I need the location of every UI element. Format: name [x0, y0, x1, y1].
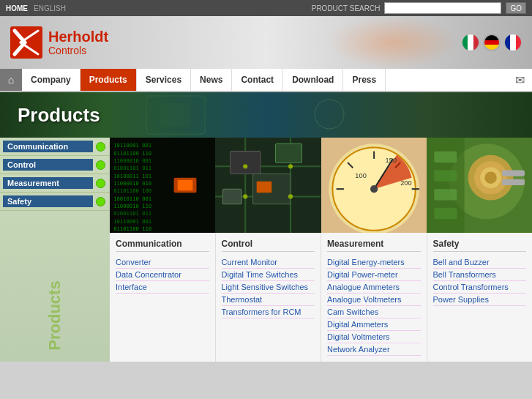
nav-contact[interactable]: Contact: [232, 69, 283, 91]
flag-italian[interactable]: [462, 34, 479, 51]
nav-services[interactable]: Services: [137, 69, 191, 91]
link-power-supplies[interactable]: Power Supplies: [433, 294, 527, 306]
svg-text:11000010 010: 11000010 010: [113, 180, 151, 187]
svg-point-37: [288, 194, 293, 198]
link-bell-and-buzzer[interactable]: Bell and Buzzer: [433, 256, 527, 269]
svg-text:10100011 101: 10100011 101: [113, 173, 151, 179]
search-input[interactable]: [384, 2, 501, 14]
measurement-indicator: [96, 179, 105, 188]
svg-point-36: [243, 194, 247, 198]
link-digital-voltmeters[interactable]: Digital Voltmeters: [327, 331, 421, 343]
svg-text:11000010 110: 11000010 110: [113, 203, 151, 209]
link-thermostat[interactable]: Thermostat: [222, 294, 315, 306]
flag-french[interactable]: [504, 34, 522, 51]
col-title-measurement: Measurement: [327, 239, 421, 252]
link-analogue-voltmeters[interactable]: Analogue Voltmeters: [327, 294, 421, 306]
svg-rect-30: [231, 152, 261, 174]
col-title-communication: Communication: [116, 239, 209, 252]
svg-text:01001101 011: 01001101 011: [113, 210, 151, 217]
link-data-concentrator[interactable]: Data Concentrator: [116, 269, 209, 281]
svg-text:11000010 001: 11000010 001: [113, 157, 151, 164]
product-columns: Communication Converter Data Concentrato…: [110, 233, 532, 362]
link-digital-energy-meters[interactable]: Digital Energy-meters: [327, 256, 421, 269]
safety-indicator: [96, 197, 105, 206]
col-title-control: Control: [222, 239, 315, 252]
sidebar-item-control[interactable]: Control: [0, 156, 110, 174]
link-converter[interactable]: Converter: [116, 256, 209, 269]
logo-sub: Controls: [48, 45, 108, 56]
nav-news[interactable]: News: [191, 69, 232, 91]
svg-text:10110001 001: 10110001 001: [113, 218, 151, 225]
page-banner: Products: [0, 92, 532, 138]
product-img-measurement: 100 150 200: [321, 138, 427, 233]
main-content: Communication Control Measurement Safety…: [0, 138, 532, 362]
svg-rect-32: [223, 189, 242, 204]
svg-text:01101100 110: 01101100 110: [113, 225, 151, 232]
logo-name: Herholdt: [48, 29, 108, 45]
navigation: ⌂ Company Products Services News Contact…: [0, 69, 532, 92]
nav-download[interactable]: Download: [283, 69, 343, 91]
sidebar-item-communication-label: Communication: [3, 141, 93, 152]
link-bell-transformers[interactable]: Bell Transformers: [433, 269, 527, 281]
product-col-control: Control Current Monitor Digital Time Swi…: [216, 233, 322, 362]
link-digital-power-meter[interactable]: Digital Power-meter: [327, 269, 421, 281]
link-current-monitor[interactable]: Current Monitor: [222, 256, 315, 269]
product-img-control: [215, 138, 321, 233]
svg-rect-64: [434, 208, 457, 219]
svg-point-34: [243, 164, 247, 168]
link-control-transformers[interactable]: Control Transformers: [433, 281, 527, 294]
product-col-measurement: Measurement Digital Energy-meters Digita…: [321, 233, 427, 362]
svg-text:01101100 110: 01101100 110: [113, 150, 151, 157]
nav-products[interactable]: Products: [80, 69, 137, 91]
link-interface[interactable]: Interface: [116, 281, 209, 294]
svg-text:150: 150: [385, 157, 396, 164]
product-img-communication: 10110001 001 01101100 110 11000010 001 0…: [110, 138, 215, 233]
svg-rect-63: [434, 189, 457, 200]
link-digital-ammeters[interactable]: Digital Ammeters: [327, 318, 421, 331]
link-digital-time-switches[interactable]: Digital Time Switches: [222, 269, 315, 281]
sidebar-item-communication[interactable]: Communication: [0, 138, 110, 156]
svg-text:200: 200: [400, 179, 411, 187]
svg-text:10010110 001: 10010110 001: [113, 195, 151, 202]
svg-text:01101100 100: 01101100 100: [113, 187, 151, 194]
header: Herholdt Controls: [0, 16, 532, 69]
link-light-sensitive-switches[interactable]: Light Sensitive Switches: [222, 281, 315, 294]
sidebar-item-measurement[interactable]: Measurement: [0, 174, 110, 193]
link-network-analyzer[interactable]: Network Analyzer: [327, 343, 421, 356]
sidebar-item-safety[interactable]: Safety: [0, 193, 110, 211]
svg-point-48: [370, 185, 377, 193]
svg-rect-38: [257, 182, 272, 193]
sidebar-item-measurement-label: Measurement: [3, 177, 93, 189]
nav-home[interactable]: ⌂: [0, 69, 22, 91]
control-indicator: [96, 160, 105, 170]
sidebar-item-safety-label: Safety: [3, 195, 93, 207]
nav-company[interactable]: Company: [22, 69, 80, 91]
logo-icon: [10, 26, 42, 59]
nav-press[interactable]: Press: [343, 69, 386, 91]
page-title: Products: [0, 92, 532, 138]
svg-point-57: [484, 171, 496, 183]
top-bar: HOME ENGLISH PRODUCT SEARCH GO: [0, 0, 532, 16]
product-img-safety: [427, 138, 532, 233]
svg-rect-62: [434, 170, 457, 181]
communication-indicator: [96, 142, 105, 152]
nav-email[interactable]: ✉: [508, 69, 532, 91]
logo-text: Herholdt Controls: [48, 29, 108, 56]
content-area: 10110001 001 01101100 110 11000010 001 0…: [110, 138, 532, 362]
svg-rect-24: [178, 180, 193, 190]
product-col-communication: Communication Converter Data Concentrato…: [110, 233, 216, 362]
sidebar-item-control-label: Control: [3, 159, 93, 171]
link-analogue-ammeters[interactable]: Analogue Ammeters: [327, 281, 421, 294]
home-link[interactable]: HOME: [6, 4, 28, 12]
link-transformers-for-rcm[interactable]: Transformers for RCM: [222, 306, 315, 318]
svg-rect-61: [434, 152, 457, 163]
svg-text:01001101 011: 01001101 011: [113, 165, 151, 171]
sidebar: Communication Control Measurement Safety…: [0, 138, 110, 362]
svg-rect-33: [276, 143, 302, 163]
language-flags: [462, 34, 522, 51]
flag-german[interactable]: [483, 34, 501, 51]
search-go-button[interactable]: GO: [506, 2, 526, 14]
link-cam-switches[interactable]: Cam Switches: [327, 306, 421, 318]
logo: Herholdt Controls: [10, 26, 108, 59]
col-title-safety: Safety: [433, 239, 527, 252]
